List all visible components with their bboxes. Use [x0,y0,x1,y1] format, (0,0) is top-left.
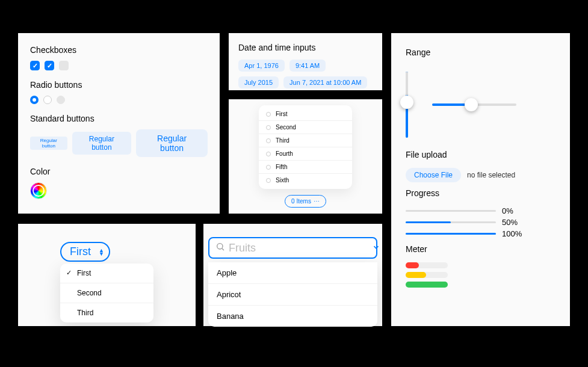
meter-low [406,262,448,268]
radio-icon [266,165,271,170]
list-item[interactable]: Sixth [259,174,352,187]
slider-thumb[interactable] [400,96,413,109]
meter-heading: Meter [406,244,556,254]
chevron-up-down-icon: ▲▼ [99,248,104,256]
radio-icon [266,152,271,156]
color-picker[interactable] [30,182,47,199]
regular-button-xs[interactable]: Regular button [30,137,67,150]
listbox: First Second Third Fourth Fifth Sixth [259,105,352,189]
list-item[interactable]: Third [259,134,352,147]
panel-form-controls: Checkboxes Radio buttons Standard button… [18,33,220,214]
list-item[interactable]: Fourth [259,147,352,161]
panel-misc: Range File upload Choose File no file se… [391,33,570,326]
progress-bar [406,210,496,212]
checkboxes-heading: Checkboxes [30,45,208,55]
items-summary-pill[interactable]: 0 Items ⋯ [285,195,326,208]
datetime-pill[interactable]: Jun 7, 2021 at 10:00 AM [283,76,367,88]
regular-button-md[interactable]: Regular button [136,129,208,157]
list-item[interactable]: Fifth [259,161,352,174]
radio-2[interactable] [43,96,52,104]
progress-heading: Progress [406,188,556,198]
select-dropdown[interactable]: First ▲▼ [60,242,110,262]
radio-heading: Radio buttons [30,80,208,90]
list-item[interactable]: First [259,108,352,121]
file-status-text: no file selected [467,171,515,179]
panel-list: First Second Third Fourth Fifth Sixth 0 … [229,99,382,214]
horizontal-slider[interactable] [432,103,516,106]
meter-high [406,282,448,288]
chevron-down-icon [372,243,380,253]
meter-mid [406,272,448,278]
checkbox-1[interactable] [30,61,40,70]
radio-3-disabled [57,96,65,104]
datetime-heading: Date and time inputs [238,43,373,52]
suggestion-item[interactable]: Banana [208,306,377,327]
choose-file-button[interactable]: Choose File [406,168,461,182]
progress-label: 100% [502,229,522,238]
ellipsis-icon: ⋯ [314,198,320,205]
panel-datetime: Date and time inputs Apr 1, 1976 9:41 AM… [229,33,382,90]
select-menu: First Second Third [60,264,153,322]
panel-select: First ▲▼ First Second Third [18,224,196,326]
radio-icon [266,112,271,117]
progress-label: 50% [502,218,518,227]
time-pill[interactable]: 9:41 AM [289,60,326,72]
select-option[interactable]: Third [60,303,153,322]
radio-icon [266,125,271,130]
file-heading: File upload [406,150,556,159]
regular-button-sm[interactable]: Regular button [72,132,131,155]
suggestion-list: Apple Apricot Banana [208,262,377,327]
progress-bar [406,233,496,235]
suggestion-item[interactable]: Apple [208,262,377,284]
progress-bar [406,221,496,223]
radio-icon [266,178,271,183]
search-input[interactable] [229,242,368,254]
select-option[interactable]: Second [60,283,153,303]
range-heading: Range [406,48,556,57]
radio-icon [266,138,271,143]
checkbox-3-disabled [59,61,69,70]
search-icon [215,242,225,254]
slider-thumb[interactable] [465,98,478,111]
list-item[interactable]: Second [259,121,352,134]
date-pill[interactable]: Apr 1, 1976 [238,60,285,72]
buttons-heading: Standard buttons [30,114,208,123]
select-option[interactable]: First [60,264,153,283]
suggestion-item[interactable]: Apricot [208,284,377,306]
panel-search: Apple Apricot Banana [203,224,382,326]
svg-line-1 [222,248,224,250]
radio-1[interactable] [30,96,39,104]
checkbox-2[interactable] [45,61,54,70]
svg-point-0 [217,244,223,249]
progress-label: 0% [502,206,513,215]
search-combobox[interactable] [208,237,377,259]
color-heading: Color [30,167,208,176]
vertical-slider[interactable] [406,72,408,138]
month-pill[interactable]: July 2015 [238,76,279,88]
